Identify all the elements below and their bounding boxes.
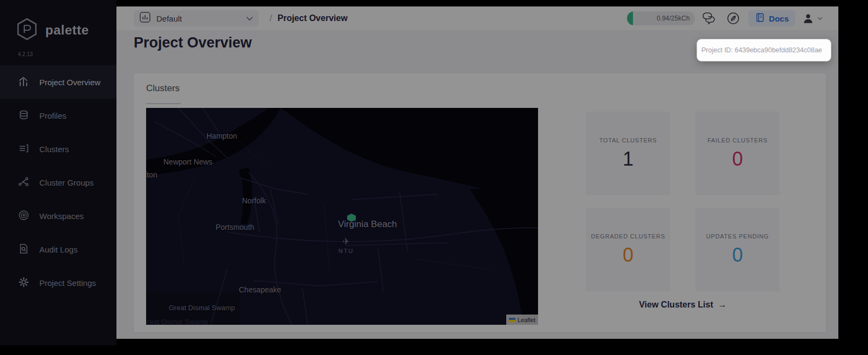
gear-icon (18, 276, 30, 290)
sidebar-item-cluster-groups[interactable]: Cluster Groups (0, 166, 116, 199)
audit-icon (18, 243, 30, 256)
usage-text: 0.94/25kCh (657, 15, 690, 22)
top-header: Default / Project Overview 0.94/25kCh (116, 6, 838, 30)
concentric-icon (18, 209, 30, 223)
airport-code: NTU (335, 248, 357, 254)
book-icon (755, 12, 765, 24)
map-label-city: Norfolk (242, 196, 266, 205)
clusters-map[interactable]: Hampton Newport News llton Norfolk Virgi… (146, 108, 538, 325)
stat-card-failed-clusters: FAILED CLUSTERS 0 (695, 112, 780, 195)
stat-value: 0 (623, 244, 633, 267)
sidebar: palette 4.2.13 Project Overview (0, 0, 116, 345)
docs-button[interactable]: Docs (748, 10, 795, 26)
layers-icon (18, 109, 30, 122)
breadcrumb-separator: / (270, 13, 272, 24)
chevron-down-icon (246, 13, 253, 23)
chat-bubbles-icon (702, 11, 718, 26)
map-label-city: llton (146, 170, 157, 179)
sidebar-item-label: Cluster Groups (39, 178, 94, 187)
sidebar-item-audit-logs[interactable]: Audit Logs (0, 233, 116, 266)
cluster-stats-grid: TOTAL CLUSTERS 1 FAILED CLUSTERS 0 DEGRA… (586, 112, 780, 291)
sidebar-nav: Project Overview Profiles (0, 65, 116, 299)
project-selector-value: Default (156, 14, 240, 23)
version-label: 4.2.13 (18, 51, 33, 57)
stat-label: UPDATES PENDING (706, 233, 769, 240)
stat-label: FAILED CLUSTERS (707, 137, 768, 144)
bar-chart-icon (18, 76, 30, 89)
main-content: Project Overview Clusters (116, 30, 838, 339)
header-actions: 0.94/25kCh (627, 10, 823, 26)
chat-button[interactable] (702, 10, 718, 26)
usage-progress-fill (627, 11, 633, 25)
clusters-section-title: Clusters (146, 83, 180, 94)
leaflet-attribution[interactable]: Leaflet (506, 315, 538, 325)
airport-label: ✈ NTU (335, 237, 357, 254)
sidebar-item-label: Workspaces (39, 211, 84, 221)
sidebar-item-profiles[interactable]: Profiles (0, 99, 116, 132)
map-tiles (146, 108, 538, 325)
sidebar-item-label: Project Settings (39, 278, 96, 288)
palette-logo-icon (15, 17, 39, 43)
breadcrumb-current: Project Overview (278, 13, 348, 23)
stat-value: 1 (623, 148, 633, 170)
sidebar-item-clusters[interactable]: Clusters (0, 132, 116, 166)
chevron-down-icon (817, 16, 823, 21)
project-selector[interactable]: Default (134, 10, 259, 26)
map-label-area: Great Dismal Swamp (146, 318, 208, 325)
stat-card-updates-pending: UPDATES PENDING 0 (695, 208, 780, 291)
list-icon (18, 142, 30, 156)
map-label-city: Chesapeake (239, 285, 281, 294)
view-clusters-list-link[interactable]: View Clusters List → (586, 300, 780, 310)
stat-card-total-clusters: TOTAL CLUSTERS 1 (586, 112, 670, 195)
project-id-tooltip: Project ID: 6439ebca90befdd8234c08ae (697, 39, 831, 61)
sidebar-item-project-overview[interactable]: Project Overview (0, 65, 116, 99)
sidebar-item-workspaces[interactable]: Workspaces (0, 199, 116, 233)
ukraine-flag-icon (509, 318, 515, 322)
compass-icon (726, 11, 740, 25)
stat-label: TOTAL CLUSTERS (600, 137, 657, 144)
clusters-panel: Clusters (134, 73, 826, 332)
user-menu-button[interactable] (802, 12, 823, 24)
brand-name: palette (45, 23, 89, 38)
map-label-city: Portsmouth (216, 223, 254, 231)
stat-value: 0 (732, 244, 743, 267)
stat-label: DEGRADED CLUSTERS (591, 233, 665, 240)
stat-value: 0 (732, 148, 743, 170)
brand[interactable]: palette (15, 17, 89, 43)
sidebar-item-label: Project Overview (39, 78, 100, 87)
sidebar-item-label: Clusters (39, 145, 69, 154)
map-label-area: Great Dismal Swamp (169, 304, 235, 312)
section-underline (146, 103, 181, 104)
map-label-city: Virginia Beach (338, 219, 397, 230)
map-label-city: Newport News (163, 158, 212, 166)
network-icon (18, 176, 30, 189)
usage-badge[interactable]: 0.94/25kCh (627, 11, 695, 25)
view-clusters-list-label: View Clusters List (639, 300, 713, 310)
leaflet-label: Leaflet (518, 317, 535, 323)
docs-label: Docs (769, 14, 789, 23)
sidebar-item-project-settings[interactable]: Project Settings (0, 266, 116, 299)
arrow-right-icon: → (718, 300, 727, 310)
help-button[interactable] (725, 10, 741, 26)
map-label-city: Hampton (206, 132, 237, 140)
page-title: Project Overview (134, 35, 252, 51)
stat-card-degraded-clusters: DEGRADED CLUSTERS 0 (586, 208, 670, 291)
sidebar-item-label: Profiles (39, 111, 66, 120)
sidebar-item-label: Audit Logs (39, 245, 78, 254)
airplane-icon: ✈ (335, 237, 357, 246)
breadcrumb: / Project Overview (270, 13, 348, 24)
user-icon (802, 12, 814, 24)
chart-square-icon (139, 11, 151, 25)
